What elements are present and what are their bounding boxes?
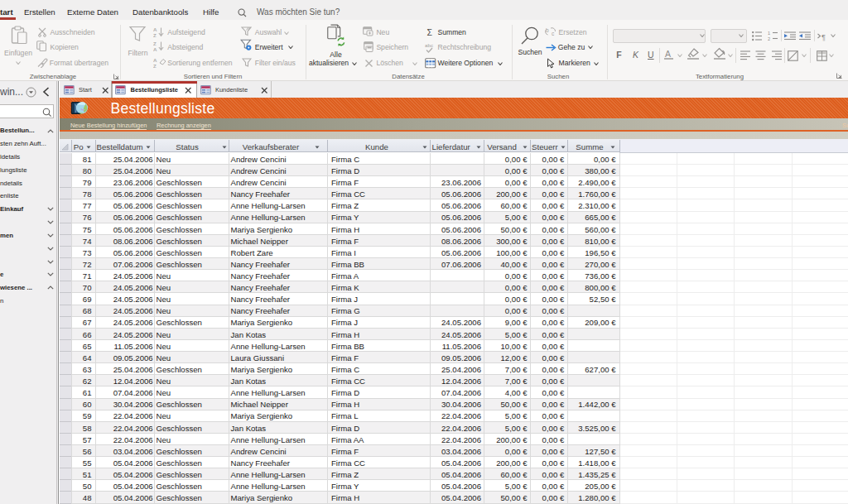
svg-text:c: c (552, 31, 555, 36)
svg-text:b: b (546, 27, 549, 33)
svg-text:A: A (153, 46, 157, 51)
svg-text:¶: ¶ (822, 33, 826, 41)
svg-text:1: 1 (768, 31, 770, 36)
svg-text:Z: Z (153, 63, 157, 69)
svg-text:abc: abc (425, 42, 433, 48)
svg-text:Z: Z (153, 31, 157, 37)
svg-text:2: 2 (768, 36, 770, 41)
